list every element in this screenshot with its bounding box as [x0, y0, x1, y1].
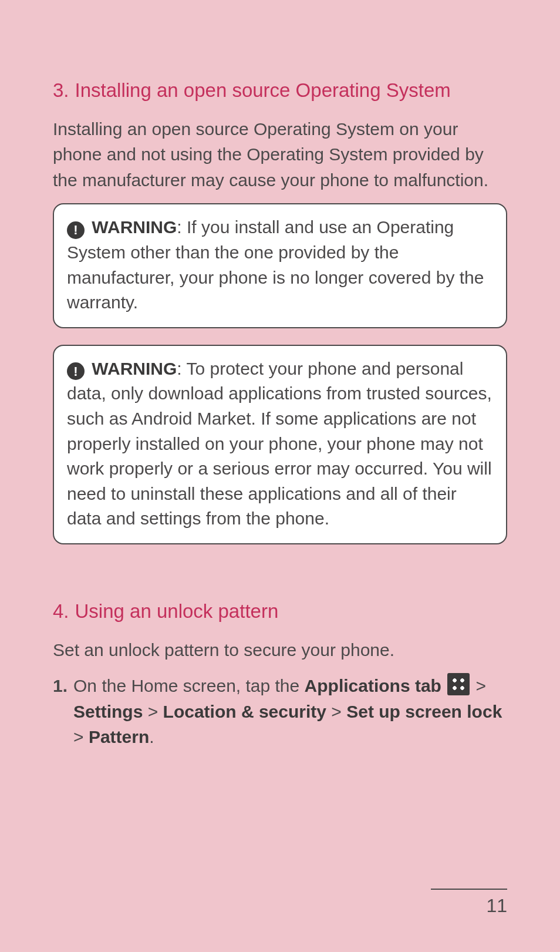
step-1-number: 1.	[53, 673, 68, 750]
applications-tab-label: Applications tab	[305, 676, 441, 695]
section-4-heading: 4. Using an unlock pattern	[53, 597, 507, 625]
footer-rule	[431, 889, 507, 890]
sep-4: >	[73, 727, 89, 746]
settings-label: Settings	[73, 702, 143, 721]
section-3-title: Installing an open source Operating Syst…	[75, 76, 507, 105]
section-4-title: Using an unlock pattern	[75, 597, 507, 625]
applications-tab-icon	[447, 673, 470, 695]
section-3-heading: 3. Installing an open source Operating S…	[53, 76, 507, 105]
page-number: 11	[486, 895, 507, 917]
warning-icon: !	[67, 221, 85, 239]
step-1: 1. On the Home screen, tap the Applicati…	[53, 673, 507, 750]
step-1-end: .	[149, 727, 154, 746]
set-up-screen-lock-label: Set up screen lock	[346, 702, 502, 721]
manual-page: 3. Installing an open source Operating S…	[0, 0, 560, 790]
step-1-body: On the Home screen, tap the Applications…	[73, 673, 507, 750]
step-list: 1. On the Home screen, tap the Applicati…	[53, 673, 507, 750]
pattern-label: Pattern	[89, 727, 149, 746]
step-1-text-1: On the Home screen, tap the	[73, 676, 305, 695]
location-security-label: Location & security	[163, 702, 326, 721]
warning-2-text: : To protect your phone and personal dat…	[67, 359, 492, 529]
warning-box-apps: ! WARNING: To protect your phone and per…	[53, 345, 507, 544]
section-4-number: 4.	[53, 597, 69, 625]
sep-2: >	[143, 702, 163, 721]
section-3-number: 3.	[53, 76, 69, 105]
sep-1: >	[471, 676, 486, 695]
sep-3: >	[326, 702, 346, 721]
section-3-body: Installing an open source Operating Syst…	[53, 116, 507, 193]
section-4-body: Set an unlock pattern to secure your pho…	[53, 637, 507, 663]
warning-label: WARNING	[92, 217, 177, 237]
warning-icon: !	[67, 362, 85, 380]
warning-box-warranty: ! WARNING: If you install and use an Ope…	[53, 203, 507, 328]
warning-label: WARNING	[92, 359, 177, 378]
